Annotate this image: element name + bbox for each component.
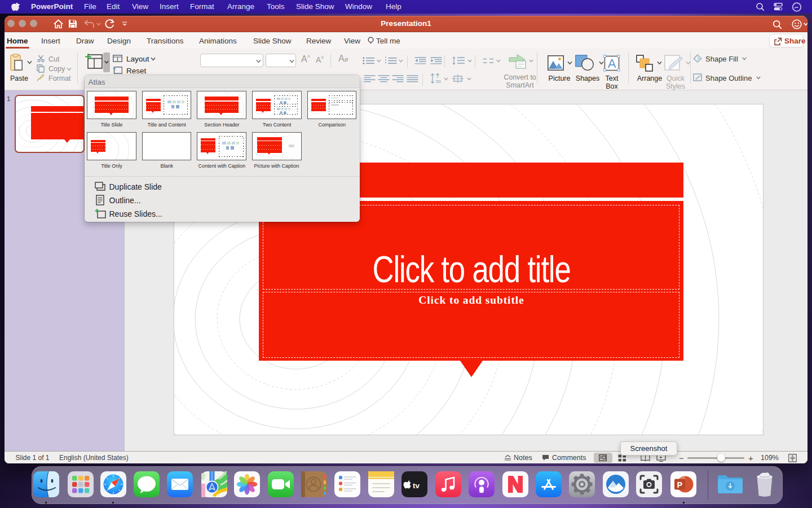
svg-text:P: P — [677, 480, 683, 489]
svg-text:A: A — [608, 56, 616, 71]
svg-text:tv: tv — [413, 481, 420, 490]
